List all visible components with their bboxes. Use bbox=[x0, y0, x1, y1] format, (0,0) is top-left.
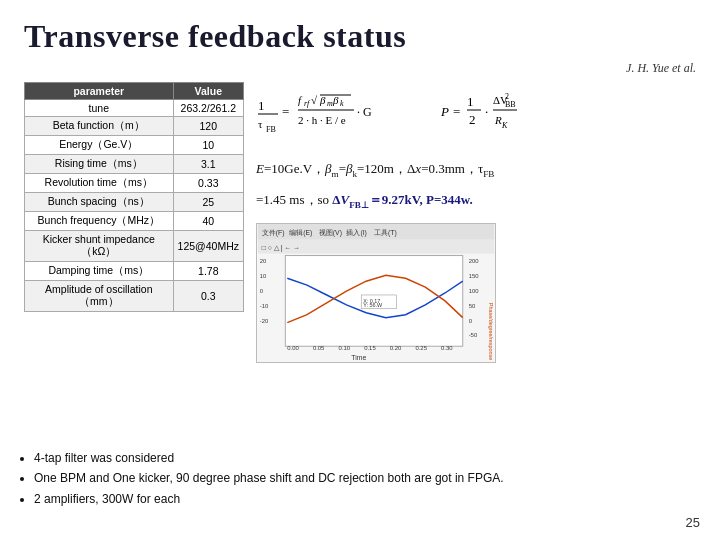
svg-text:k: k bbox=[340, 99, 344, 108]
svg-text:1: 1 bbox=[467, 94, 474, 109]
bullets-section: 4-tap filter was consideredOne BPM and O… bbox=[16, 450, 504, 512]
equation-line-2: =1.45 ms，so ΔVFB⊥＝9.27kV, P=344w. bbox=[256, 191, 696, 210]
svg-text:K: K bbox=[501, 121, 508, 130]
param-value: 263.2/261.2 bbox=[173, 100, 243, 117]
svg-text:2: 2 bbox=[469, 112, 476, 127]
svg-text:τ: τ bbox=[258, 118, 263, 130]
svg-text:f: f bbox=[298, 94, 303, 106]
param-name: Rising time（ms） bbox=[25, 155, 174, 174]
page: Transverse feedback status J. H. Yue et … bbox=[0, 0, 720, 540]
right-panel: 1 τ FB = f rf √ β m β bbox=[256, 82, 696, 363]
svg-text:Time: Time bbox=[351, 354, 366, 361]
svg-text:插入(I): 插入(I) bbox=[346, 229, 367, 237]
param-value: 125@40MHz bbox=[173, 231, 243, 262]
param-name: Energy（Ge.V） bbox=[25, 136, 174, 155]
page-title: Transverse feedback status bbox=[24, 18, 696, 55]
param-table: parameter Value tune263.2/261.2Beta func… bbox=[24, 82, 244, 312]
svg-text:0.25: 0.25 bbox=[415, 345, 427, 351]
table-row: Rising time（ms）3.1 bbox=[25, 155, 244, 174]
svg-text:R: R bbox=[494, 114, 502, 126]
svg-text:FB: FB bbox=[266, 125, 276, 134]
table-row: Bunch frequency（MHz）40 bbox=[25, 212, 244, 231]
svg-text:文件(F): 文件(F) bbox=[262, 229, 285, 237]
param-name: Amplitude of oscillation（mm） bbox=[25, 281, 174, 312]
svg-text:0.10: 0.10 bbox=[339, 345, 351, 351]
table-row: Revolution time（ms）0.33 bbox=[25, 174, 244, 193]
svg-text:10: 10 bbox=[260, 273, 267, 279]
svg-text:150: 150 bbox=[469, 273, 480, 279]
svg-text:· G: · G bbox=[357, 105, 372, 119]
param-name: Damping time（ms） bbox=[25, 262, 174, 281]
svg-text:0.20: 0.20 bbox=[390, 345, 402, 351]
param-name: Beta function（m） bbox=[25, 117, 174, 136]
list-item: 4-tap filter was considered bbox=[34, 450, 504, 467]
svg-text:Phase/degree/response: Phase/degree/response bbox=[488, 303, 494, 360]
svg-text:P: P bbox=[440, 104, 449, 119]
svg-text:0.30: 0.30 bbox=[441, 345, 453, 351]
table-row: Damping time（ms）1.78 bbox=[25, 262, 244, 281]
param-value: 3.1 bbox=[173, 155, 243, 174]
param-value: 10 bbox=[173, 136, 243, 155]
svg-text:=: = bbox=[453, 104, 460, 119]
param-value: 25 bbox=[173, 193, 243, 212]
svg-text:0.15: 0.15 bbox=[364, 345, 376, 351]
svg-text:200: 200 bbox=[469, 259, 480, 265]
param-value: 0.33 bbox=[173, 174, 243, 193]
list-item: One BPM and One kicker, 90 degree phase … bbox=[34, 470, 504, 487]
formulas-row: 1 τ FB = f rf √ β m β bbox=[256, 82, 696, 146]
svg-text:0.05: 0.05 bbox=[313, 345, 325, 351]
table-row: Beta function（m）120 bbox=[25, 117, 244, 136]
svg-text:·: · bbox=[485, 104, 488, 119]
svg-text:-20: -20 bbox=[260, 318, 269, 324]
svg-text:□ ○ △ | ← →: □ ○ △ | ← → bbox=[262, 244, 300, 252]
param-name: Revolution time（ms） bbox=[25, 174, 174, 193]
list-item: 2 amplifiers, 300W for each bbox=[34, 491, 504, 508]
svg-text:工具(T): 工具(T) bbox=[374, 229, 397, 237]
param-value: 120 bbox=[173, 117, 243, 136]
col-header-value: Value bbox=[173, 83, 243, 100]
main-content: parameter Value tune263.2/261.2Beta func… bbox=[24, 82, 696, 363]
page-number: 25 bbox=[686, 515, 700, 530]
table-row: Kicker shunt impedance（kΩ）125@40MHz bbox=[25, 231, 244, 262]
svg-text:=: = bbox=[282, 104, 289, 119]
svg-text:50: 50 bbox=[469, 303, 476, 309]
param-value: 0.3 bbox=[173, 281, 243, 312]
svg-text:Y: 56.W: Y: 56.W bbox=[363, 302, 383, 308]
svg-text:-50: -50 bbox=[469, 333, 478, 339]
svg-text:β: β bbox=[319, 94, 326, 106]
table-row: tune263.2/261.2 bbox=[25, 100, 244, 117]
formula-2: P = 1 2 · ΔV 2 BB R K bbox=[439, 82, 544, 146]
attribution: J. H. Yue et al. bbox=[24, 61, 696, 76]
chart-svg: 文件(F) 编辑(E) 视图(V) 插入(I) 工具(T) □ ○ △ | ← … bbox=[257, 224, 495, 362]
chart-area: 文件(F) 编辑(E) 视图(V) 插入(I) 工具(T) □ ○ △ | ← … bbox=[256, 223, 496, 363]
formula-1: 1 τ FB = f rf √ β m β bbox=[256, 82, 421, 146]
svg-text:0.00: 0.00 bbox=[287, 345, 299, 351]
param-value: 40 bbox=[173, 212, 243, 231]
param-value: 1.78 bbox=[173, 262, 243, 281]
svg-text:-10: -10 bbox=[260, 303, 269, 309]
param-table-wrap: parameter Value tune263.2/261.2Beta func… bbox=[24, 82, 244, 363]
param-name: Kicker shunt impedance（kΩ） bbox=[25, 231, 174, 262]
param-name: tune bbox=[25, 100, 174, 117]
svg-text:β: β bbox=[332, 94, 339, 106]
col-header-param: parameter bbox=[25, 83, 174, 100]
param-name: Bunch frequency（MHz） bbox=[25, 212, 174, 231]
svg-text:2 · h · E / e: 2 · h · E / e bbox=[298, 114, 346, 126]
svg-text:20: 20 bbox=[260, 259, 267, 265]
svg-text:1: 1 bbox=[258, 98, 265, 113]
table-row: Energy（Ge.V）10 bbox=[25, 136, 244, 155]
svg-text:100: 100 bbox=[469, 288, 480, 294]
table-row: Amplitude of oscillation（mm）0.3 bbox=[25, 281, 244, 312]
equation-line-1: E=10Ge.V，βm=βk=120m，Δx=0.3mm，τFB bbox=[256, 160, 696, 179]
svg-text:√: √ bbox=[311, 94, 318, 106]
param-name: Bunch spacing（ns） bbox=[25, 193, 174, 212]
svg-text:编辑(E): 编辑(E) bbox=[289, 229, 312, 237]
table-row: Bunch spacing（ns）25 bbox=[25, 193, 244, 212]
svg-text:视图(V): 视图(V) bbox=[319, 229, 342, 237]
svg-text:BB: BB bbox=[505, 100, 516, 109]
